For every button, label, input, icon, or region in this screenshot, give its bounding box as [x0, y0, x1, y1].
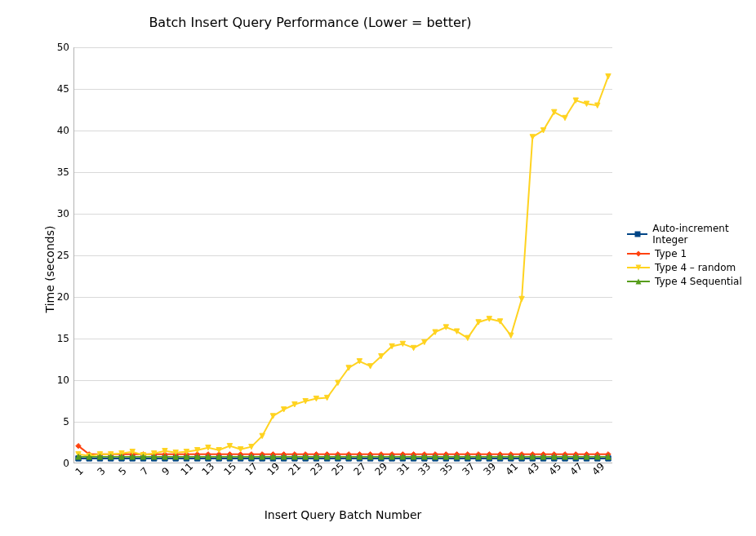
- legend-marker-icon: [634, 250, 643, 258]
- x-tick-label: 27: [351, 461, 368, 478]
- legend-item: Type 1: [627, 248, 756, 259]
- x-tick-label: 33: [416, 461, 434, 478]
- x-axis-label: Insert Query Batch Number: [73, 508, 612, 521]
- legend-item: Type 4 – random: [627, 262, 756, 273]
- chart-container: Batch Insert Query Performance (Lower = …: [0, 0, 756, 536]
- x-tick-label: 17: [243, 461, 260, 478]
- legend-marker-icon: [634, 264, 643, 272]
- x-tick-label: 23: [308, 461, 325, 478]
- legend-label: Type 4 Sequential: [655, 276, 742, 287]
- x-tick-label: 35: [438, 461, 456, 478]
- y-tick-label: 15: [57, 333, 69, 344]
- y-tick-label: 45: [57, 83, 69, 95]
- x-tick-label: 5: [116, 465, 128, 477]
- y-tick-label: 25: [57, 250, 69, 261]
- legend: Auto-increment IntegerType 1Type 4 – ran…: [627, 220, 756, 290]
- x-tick-label: 39: [482, 461, 499, 478]
- series-marker: [530, 135, 535, 140]
- x-tick-label: 43: [525, 461, 542, 478]
- legend-item: Type 4 Sequential: [627, 276, 756, 287]
- x-tick-label: 19: [265, 461, 282, 478]
- series-marker: [465, 335, 470, 340]
- legend-swatch: [627, 262, 650, 273]
- legend-label: Type 4 – random: [655, 262, 736, 273]
- x-tick-label: 3: [95, 465, 107, 477]
- x-tick-label: 37: [460, 461, 477, 478]
- x-tick-label: 7: [138, 465, 150, 477]
- y-tick-label: 20: [57, 291, 69, 303]
- series-marker: [606, 73, 611, 78]
- legend-marker-icon: [634, 277, 643, 286]
- series-line: [78, 77, 608, 456]
- x-tick-label: 9: [159, 465, 171, 477]
- legend-label: Type 1: [655, 248, 687, 259]
- x-tick-label: 13: [200, 461, 217, 478]
- legend-swatch: [627, 228, 647, 240]
- y-tick-label: 35: [57, 166, 69, 178]
- series-marker: [509, 333, 514, 338]
- legend-marker-icon: [634, 230, 642, 238]
- x-tick-label: 49: [589, 461, 607, 478]
- chart-title: Batch Insert Query Performance (Lower = …: [0, 15, 620, 30]
- x-tick-label: 1: [73, 465, 85, 477]
- y-tick-label: 50: [57, 42, 69, 53]
- series-marker: [519, 296, 524, 301]
- x-tick-label: 11: [178, 461, 195, 478]
- x-tick-label: 29: [373, 461, 390, 478]
- legend-swatch: [627, 248, 650, 259]
- plot-area: 0510152025303540455013579111315171921232…: [73, 47, 612, 463]
- y-tick-label: 5: [63, 416, 69, 427]
- y-tick-label: 30: [57, 208, 69, 219]
- x-tick-label: 31: [394, 461, 411, 478]
- legend-item: Auto-increment Integer: [627, 223, 756, 246]
- x-tick-label: 45: [546, 461, 563, 478]
- legend-swatch: [627, 276, 650, 287]
- series-marker: [563, 115, 567, 120]
- x-tick-label: 21: [287, 461, 304, 478]
- y-axis-label: Time (seconds): [43, 226, 56, 313]
- line-layer: [74, 47, 612, 463]
- legend-label: Auto-increment Integer: [652, 223, 756, 246]
- y-tick-label: 40: [57, 125, 69, 136]
- x-tick-label: 41: [503, 461, 520, 478]
- y-tick-label: 10: [57, 374, 69, 386]
- x-tick-label: 47: [568, 461, 585, 478]
- y-tick-label: 0: [63, 458, 69, 469]
- x-tick-label: 25: [330, 461, 347, 478]
- x-tick-label: 15: [221, 461, 238, 478]
